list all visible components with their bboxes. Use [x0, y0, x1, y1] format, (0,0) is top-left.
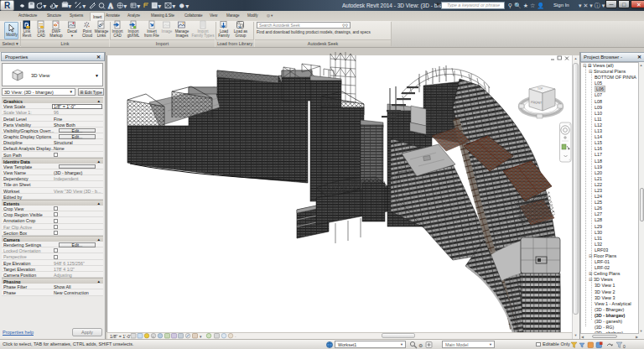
svg-text:▾: ▾ — [83, 3, 86, 8]
svg-text:⚙: ⚙ — [418, 343, 423, 348]
svg-text:▾: ▾ — [173, 3, 175, 8]
svg-text:▾: ▾ — [124, 3, 127, 8]
svg-text:▾: ▾ — [55, 3, 58, 8]
svg-text:▾: ▾ — [69, 3, 71, 8]
svg-text:▾: ▾ — [186, 3, 189, 8]
svg-text:▾: ▾ — [138, 3, 140, 8]
svg-text:▾: ▾ — [44, 3, 46, 8]
svg-text:·: · — [235, 334, 236, 339]
svg-text:⚙: ⚙ — [179, 3, 184, 8]
svg-text:TOP: TOP — [538, 87, 543, 91]
svg-text:▾: ▾ — [158, 3, 161, 8]
svg-text:0: 0 — [623, 344, 626, 349]
svg-text:▾: ▾ — [200, 334, 202, 339]
svg-text:A: A — [108, 3, 113, 10]
